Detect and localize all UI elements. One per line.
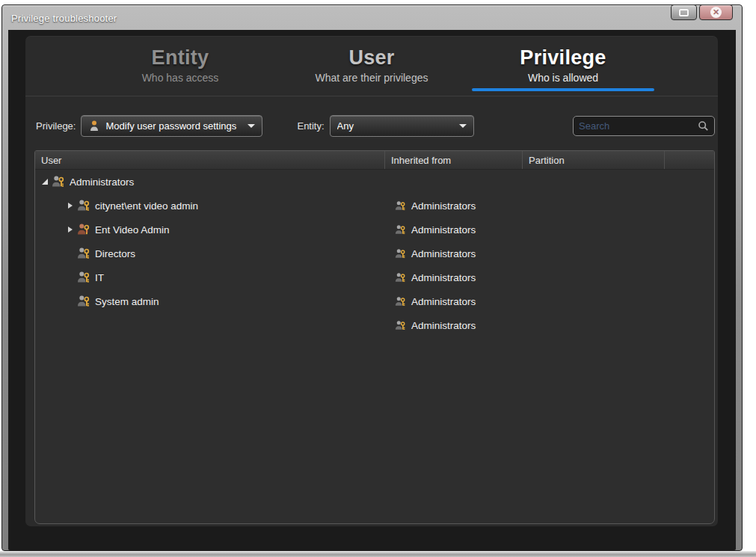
partition-cell [523,194,665,218]
column-header-partition[interactable]: Partition [523,151,665,169]
user-group-icon [395,248,406,259]
column-header-user[interactable]: User [35,151,385,169]
extra-cell [665,289,714,313]
inherited-from-label: Administrators [411,248,476,259]
tab-privilege-title: Privilege [467,46,659,70]
user-label: System admin [95,296,159,307]
inherited-from-cell: Administrators [385,194,523,218]
table-row[interactable]: Ent Video AdminAdministrators [35,218,714,241]
privilege-dropdown[interactable]: Modify user password settings [81,115,262,137]
entity-dropdown-value: Any [337,120,455,132]
user-label: Administrators [70,176,134,188]
tab-entity[interactable]: Entity Who has access [84,46,276,91]
table-row[interactable]: citynet\ent video adminAdministrators [35,194,714,218]
user-label: IT [95,272,104,283]
tab-strip: Entity Who has access User What are thei… [25,36,718,96]
results-table: User Inherited from Partition Administra… [34,150,715,524]
privilege-dropdown-value: Modify user password settings [105,120,243,132]
user-cell: Administrators [35,170,385,194]
extra-cell [665,218,714,241]
close-icon: ✕ [710,7,722,18]
partition-cell [523,241,665,265]
user-group-icon [77,247,90,260]
inherited-from-cell: Administrators [385,313,523,337]
user-group-icon [52,175,65,188]
tab-privilege[interactable]: Privilege Who is allowed [467,46,659,91]
title-bar[interactable]: Privilege troubleshooter ✕ [2,5,742,30]
user-cell: System admin [35,289,385,313]
tab-entity-title: Entity [84,46,276,70]
partition-cell [523,170,665,194]
user-cell: IT [35,265,385,289]
user-cell [35,313,385,337]
table-row[interactable]: DirectorsAdministrators [35,241,714,265]
user-group-icon [395,200,406,212]
privilege-key-icon [88,120,100,132]
table-body: Administratorscitynet\ent video adminAdm… [35,170,714,523]
window-controls: ✕ [671,4,733,20]
expander-spacer [65,297,75,307]
column-header-inherited-from[interactable]: Inherited from [385,151,523,169]
user-cell: Ent Video Admin [35,218,385,241]
expand-arrow-icon[interactable] [65,225,75,235]
screen: Privilege troubleshooter ✕ Entity Who ha… [0,0,756,557]
window-title: Privilege troubleshooter [11,13,117,24]
partition-cell [523,289,665,313]
partition-cell [523,218,665,241]
taskbar-edge [0,551,756,557]
user-group-icon [395,272,406,283]
table-row[interactable]: ITAdministrators [35,265,714,289]
expander-spacer [65,321,75,330]
expander-spacer [65,249,75,259]
search-box [573,116,715,136]
user-group-icon [77,199,90,212]
tab-entity-subtitle: Who has access [84,72,276,84]
inherited-from-cell: Administrators [385,218,523,241]
collapse-arrow-icon[interactable] [40,177,49,187]
filter-bar: Privilege: Modify user password settings… [36,114,715,137]
tab-privilege-subtitle: Who is allowed [467,72,659,84]
table-header: User Inherited from Partition [35,151,714,170]
maximize-button[interactable] [671,4,697,20]
inherited-from-cell: Administrators [385,241,523,265]
inherited-from-cell: Administrators [385,265,523,289]
user-group-icon [77,271,90,284]
extra-cell [665,170,714,194]
user-group-icon [77,295,90,308]
maximize-icon [679,9,689,16]
partition-cell [523,313,665,337]
expand-arrow-icon[interactable] [65,201,75,211]
extra-cell [665,313,714,337]
user-label: citynet\ent video admin [95,200,198,212]
user-group-red-icon [77,223,90,236]
user-group-icon [395,224,406,236]
table-row[interactable]: Administrators [35,313,714,337]
user-label: Directors [95,248,135,259]
user-group-icon [395,320,406,331]
magnifier-icon[interactable] [698,120,709,132]
table-row[interactable]: System adminAdministrators [35,289,714,313]
inherited-from-label: Administrators [411,296,476,307]
tab-user[interactable]: User What are their privileges [276,46,467,91]
table-row[interactable]: Administrators [35,170,714,194]
user-label: Ent Video Admin [95,224,170,236]
inherited-from-label: Administrators [411,200,476,212]
expander-spacer [65,273,75,283]
entity-dropdown[interactable]: Any [330,115,474,137]
user-cell: Directors [35,241,385,265]
tab-user-title: User [276,46,467,70]
user-cell: citynet\ent video admin [35,194,385,218]
chevron-down-icon [248,124,255,128]
column-header-extra[interactable] [665,151,714,169]
search-input[interactable] [579,120,698,132]
user-group-icon [395,296,406,307]
window-client-area: Entity Who has access User What are thei… [8,30,736,550]
extra-cell [665,241,714,265]
extra-cell [665,194,714,218]
close-button[interactable]: ✕ [699,4,733,20]
entity-filter-label: Entity: [297,120,324,132]
tab-user-subtitle: What are their privileges [276,72,467,84]
inherited-from-label: Administrators [411,224,476,236]
partition-cell [523,265,665,289]
privilege-filter-label: Privilege: [36,120,76,132]
